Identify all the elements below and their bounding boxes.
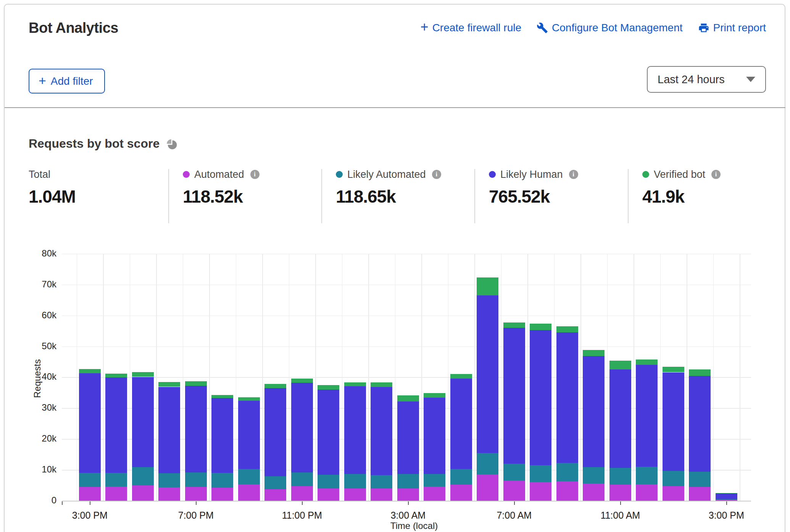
printer-icon <box>698 22 709 34</box>
print-report-link[interactable]: Print report <box>698 22 766 34</box>
stat-likely-automated-label: Likely Automated <box>347 169 426 181</box>
stat-likely-automated: Likely Automated i 118.65k <box>336 168 441 207</box>
stat-likely-human-value: 765.52k <box>489 186 578 207</box>
time-range-value: Last 24 hours <box>658 73 725 86</box>
pie-chart-icon <box>166 139 178 150</box>
info-icon[interactable]: i <box>250 170 260 179</box>
stat-verified-bot-value: 41.9k <box>642 186 721 207</box>
info-icon[interactable]: i <box>432 170 441 179</box>
likely-human-legend-dot <box>489 171 496 178</box>
add-filter-label: Add filter <box>51 75 93 87</box>
stat-verified-bot: Verified bot i 41.9k <box>642 168 721 207</box>
page-title: Bot Analytics <box>29 20 118 36</box>
stat-total-label: Total <box>29 169 50 181</box>
header-divider <box>5 107 785 108</box>
stat-likely-automated-value: 118.65k <box>336 186 441 207</box>
time-range-select[interactable]: Last 24 hours <box>647 66 766 93</box>
plus-icon: + <box>421 22 429 32</box>
print-report-label: Print report <box>713 22 766 34</box>
stat-likely-human: Likely Human i 765.52k <box>489 168 578 207</box>
info-icon[interactable]: i <box>569 170 578 179</box>
info-icon[interactable]: i <box>711 170 721 179</box>
section-title: Requests by bot score <box>29 137 160 151</box>
configure-bot-management-link[interactable]: Configure Bot Management <box>537 22 682 34</box>
add-filter-button[interactable]: + Add filter <box>29 69 105 94</box>
likely-automated-legend-dot <box>336 171 343 178</box>
stat-total: Total 1.04M <box>29 168 76 207</box>
section-title-row: Requests by bot score <box>29 137 178 151</box>
stat-divider <box>321 169 322 223</box>
header-actions: + Create firewall rule Configure Bot Man… <box>421 22 766 34</box>
automated-legend-dot <box>183 171 190 178</box>
wrench-icon <box>537 22 548 34</box>
stat-divider <box>628 169 629 223</box>
bot-analytics-page: Bot Analytics + Create firewall rule Con… <box>0 0 790 532</box>
chevron-down-icon <box>746 77 755 82</box>
configure-bot-management-label: Configure Bot Management <box>552 22 682 34</box>
stat-total-value: 1.04M <box>29 186 76 207</box>
verified-bot-legend-dot <box>642 171 649 178</box>
stat-automated: Automated i 118.52k <box>183 168 260 207</box>
create-firewall-rule-link[interactable]: + Create firewall rule <box>421 22 521 34</box>
plus-icon: + <box>39 75 46 86</box>
stat-likely-human-label: Likely Human <box>500 169 563 181</box>
stat-automated-value: 118.52k <box>183 186 260 207</box>
stat-verified-bot-label: Verified bot <box>654 169 705 181</box>
stat-divider <box>474 169 475 223</box>
create-firewall-rule-label: Create firewall rule <box>432 22 521 34</box>
stat-automated-label: Automated <box>194 169 244 181</box>
stat-divider <box>168 169 169 223</box>
